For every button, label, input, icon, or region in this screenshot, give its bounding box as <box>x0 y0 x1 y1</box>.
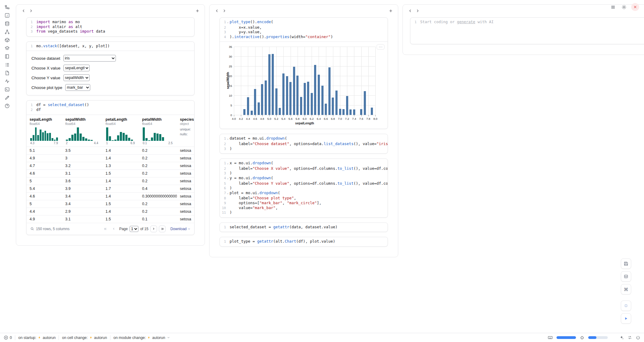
chart-bar[interactable] <box>307 82 309 115</box>
table-row[interactable]: 4.63.41.40.30000000000000004setosa <box>27 192 194 200</box>
runtime-on-startup[interactable]: on startup: autorun <box>18 336 55 340</box>
code-editor-xyplot[interactable]: 1▾x = mo.ui.dropdown(2 label="Choose X v… <box>220 159 388 217</box>
column-3-scroll-left-button[interactable] <box>406 7 414 14</box>
table-row[interactable]: 53.61.40.2setosa <box>27 177 194 185</box>
column-3-scroll-right-button[interactable] <box>414 7 421 14</box>
column-1-scroll-left-button[interactable] <box>20 7 27 14</box>
runtime-on-cell-change[interactable]: on cell change: autorun <box>62 336 107 340</box>
column-1-scroll-right-button[interactable] <box>27 7 34 14</box>
chart-output[interactable]: sepalWidth 051015202530354.04.24.44.64.8… <box>234 47 383 125</box>
ai-assistant-button[interactable] <box>619 335 624 340</box>
download-button[interactable]: Download <box>170 227 191 231</box>
column-histogram[interactable] <box>106 126 139 141</box>
chart-bar[interactable] <box>286 76 288 115</box>
code-editor-imports[interactable]: 1import marimo as mo2import altair as al… <box>27 18 194 36</box>
table-row[interactable]: 4.931.40.2setosa <box>27 154 194 162</box>
outline-panel-button[interactable] <box>3 62 11 67</box>
code-editor-vstack[interactable]: 1mo.vstack([dataset, x, y, plot]) <box>27 42 194 51</box>
generate-ai-link[interactable]: generate <box>457 20 475 24</box>
snippets-panel-button[interactable] <box>3 70 11 76</box>
runtime-on-module-change[interactable]: on module change: autorun <box>113 336 170 340</box>
table-column-header[interactable]: petalLengthfloat6416.9 <box>102 117 139 147</box>
column-1-add-cell-button[interactable] <box>194 7 201 14</box>
dependencies-panel-button[interactable] <box>3 29 11 34</box>
chart-bar[interactable] <box>304 83 306 115</box>
connection-button[interactable] <box>628 335 632 340</box>
chart-plot-area[interactable]: 051015202530354.04.24.44.64.85.05.25.45.… <box>234 47 375 115</box>
chart-bar[interactable] <box>311 93 313 115</box>
chart-bar[interactable] <box>275 88 277 115</box>
table-row[interactable]: 5.43.91.70.4setosa <box>27 185 194 192</box>
notebook-menu-button[interactable] <box>609 3 617 11</box>
close-app-button[interactable] <box>631 3 639 11</box>
table-column-header[interactable]: sepalWidthfloat6424.4 <box>62 117 102 147</box>
variables-panel-button[interactable]: f <box>3 12 11 18</box>
chart-bar[interactable] <box>364 91 366 115</box>
scratchpad-panel-button[interactable] <box>3 95 11 100</box>
chart-bar[interactable] <box>325 104 327 115</box>
code-editor-empty[interactable]: 1 Start coding or generate with AI <box>410 18 644 44</box>
chart-bar[interactable] <box>289 82 292 115</box>
chart-bar[interactable] <box>314 65 316 115</box>
last-page-button[interactable] <box>159 226 166 232</box>
fold-marker[interactable]: ▾ <box>226 191 230 196</box>
fold-marker[interactable]: ▾ <box>226 20 230 25</box>
choose-plot-type-select[interactable]: mark_bar <box>65 84 90 91</box>
chart-bar[interactable] <box>360 109 362 115</box>
chart-bar[interactable] <box>261 84 263 115</box>
shutdown-button[interactable] <box>636 335 640 340</box>
packages-panel-button[interactable] <box>3 37 11 43</box>
chart-bar[interactable] <box>268 54 270 115</box>
column-2-scroll-left-button[interactable] <box>213 7 220 14</box>
column-histogram[interactable] <box>30 126 62 141</box>
settings-button[interactable] <box>620 3 628 11</box>
chart-bar[interactable] <box>254 89 256 115</box>
chart-bar[interactable] <box>279 108 281 115</box>
chart-bar[interactable] <box>371 108 373 115</box>
chart-bar[interactable] <box>353 109 355 115</box>
interrupt-button[interactable] <box>621 301 631 311</box>
chart-bar[interactable] <box>339 109 341 115</box>
choose-dataset-select[interactable]: iris <box>63 55 116 62</box>
code-editor-chart[interactable]: 1▾plot_type().encode(2 x=x.value,3 y=y.v… <box>220 18 388 42</box>
prev-page-button[interactable] <box>111 226 117 232</box>
table-row[interactable]: 4.63.11.50.2setosa <box>27 169 194 177</box>
page-select[interactable]: 1 <box>130 226 138 232</box>
table-row[interactable]: 4.73.21.30.2setosa <box>27 162 194 169</box>
table-column-header[interactable]: petalWidthfloat640.12.5 <box>139 117 177 147</box>
choose-x-value-select[interactable]: sepalLength <box>63 65 90 71</box>
code-editor-dataset[interactable]: 1▾dataset = mo.ui.dropdown(2 label="Choo… <box>220 134 388 153</box>
chart-bar[interactable] <box>346 96 348 115</box>
chart-bar[interactable] <box>258 102 260 115</box>
fold-marker[interactable]: ▾ <box>226 161 230 166</box>
table-search-button[interactable] <box>30 227 34 231</box>
choose-y-value-select[interactable]: sepalWidth <box>63 74 90 81</box>
chart-bar[interactable] <box>328 67 331 115</box>
first-page-button[interactable] <box>102 226 109 232</box>
table-row[interactable]: 4.42.91.40.2setosa <box>27 208 194 215</box>
notebook-panel-button[interactable] <box>3 54 11 59</box>
table-row[interactable]: 4.93.11.50.1setosa <box>27 215 194 223</box>
keyboard-shortcuts-button[interactable]: ⌘ <box>621 284 631 294</box>
datasources-panel-button[interactable] <box>3 21 11 26</box>
save-notebook-button[interactable] <box>621 258 631 269</box>
column-2-add-cell-button[interactable] <box>387 7 394 14</box>
chart-bar[interactable] <box>300 97 302 115</box>
helper-panel-button[interactable] <box>621 271 631 282</box>
column-histogram[interactable] <box>65 126 102 141</box>
chart-bar[interactable] <box>296 76 299 115</box>
column-2-scroll-right-button[interactable] <box>220 7 228 14</box>
code-editor-plot-type[interactable]: 1plot_type = getattr(alt.Chart(df), plot… <box>220 237 388 246</box>
chart-bar[interactable] <box>251 111 253 115</box>
chart-bar[interactable] <box>282 73 284 115</box>
fold-marker[interactable]: ▾ <box>226 136 230 142</box>
code-editor-dataframe[interactable]: 1df = selected_dataset()2df <box>27 101 194 115</box>
chart-bar[interactable] <box>247 97 249 115</box>
help-panel-button[interactable] <box>3 103 11 109</box>
tracing-panel-button[interactable] <box>3 78 11 84</box>
chart-bar[interactable] <box>293 67 295 115</box>
chart-bar[interactable] <box>335 91 338 115</box>
next-page-button[interactable] <box>150 226 157 232</box>
table-row[interactable]: 5.13.51.40.2setosa <box>27 147 194 154</box>
keyboard-status-button[interactable] <box>548 335 553 340</box>
